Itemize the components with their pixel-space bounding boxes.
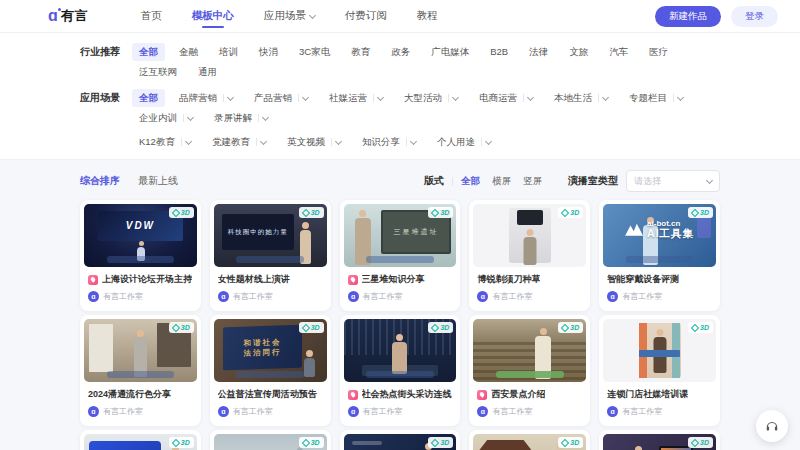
3d-badge: 3D bbox=[558, 437, 583, 448]
filter-option-企业内训[interactable]: 企业内训 bbox=[132, 109, 200, 127]
nav-item-模板中心[interactable]: 模板中心 bbox=[192, 1, 234, 31]
create-work-button[interactable]: 新建作品 bbox=[655, 6, 721, 27]
template-card[interactable]: 3D 连锁门店社媒培训课 ɑ 有言工作室 bbox=[599, 315, 720, 426]
template-card[interactable]: 3D ai-bot.cnAI工具集 智能穿戴设备评测 ɑ 有言工作室 bbox=[599, 200, 720, 311]
cube-icon bbox=[172, 208, 180, 216]
template-card[interactable]: 3D 和谐社会 法治同行 公益普法宣传周活动预告 ɑ 有言工作室 bbox=[210, 315, 331, 426]
filter-option-英文视频[interactable]: 英文视频 bbox=[280, 133, 348, 151]
cube-icon bbox=[301, 208, 309, 216]
3d-badge: 3D bbox=[299, 322, 324, 333]
chevron-down-icon bbox=[602, 93, 609, 100]
card-title: 智能穿戴设备评测 bbox=[607, 273, 679, 286]
template-card[interactable]: 3D 基础矫正 bbox=[340, 430, 461, 450]
hot-badge-icon bbox=[88, 275, 98, 285]
layout-option-竖屏[interactable]: 竖屏 bbox=[523, 175, 542, 188]
template-card[interactable]: 3D 科技圈中的她力量 女性题材线上演讲 ɑ 有言工作室 bbox=[210, 200, 331, 311]
template-thumbnail: 3D bbox=[473, 319, 586, 382]
template-card[interactable]: 3D 冰 岛 ICELAND bbox=[210, 430, 331, 450]
nav-item-付费订阅[interactable]: 付费订阅 bbox=[345, 1, 387, 31]
filter-option-教育[interactable]: 教育 bbox=[344, 43, 377, 61]
filter-option-汽车[interactable]: 汽车 bbox=[602, 43, 635, 61]
filter-option-快消[interactable]: 快消 bbox=[252, 43, 285, 61]
filter-option-本地生活[interactable]: 本地生活 bbox=[547, 89, 615, 107]
filter-option-大型活动[interactable]: 大型活动 bbox=[397, 89, 465, 107]
sort-option-综合排序[interactable]: 综合排序 bbox=[80, 174, 120, 188]
thumb-caption-bar bbox=[366, 256, 434, 263]
chevron-down-icon bbox=[302, 93, 309, 100]
filter-option-社媒运营[interactable]: 社媒运营 bbox=[322, 89, 390, 107]
template-thumbnail: 3D 科技圈中的她力量 bbox=[214, 204, 327, 267]
hot-badge-icon bbox=[348, 275, 358, 285]
sort-options: 综合排序最新上线 bbox=[80, 174, 196, 188]
logo-text: 有言 bbox=[61, 7, 89, 25]
filter-option-通用[interactable]: 通用 bbox=[191, 63, 224, 81]
3d-badge: 3D bbox=[299, 207, 324, 218]
filter-option-泛互联网[interactable]: 泛互联网 bbox=[132, 63, 184, 81]
chevron-down-icon bbox=[187, 113, 194, 120]
author-avatar: ɑ bbox=[348, 291, 359, 302]
filter-option-法律[interactable]: 法律 bbox=[522, 43, 555, 61]
top-nav: ɑ 有言 首页模板中心应用场景付费订阅教程 新建作品 登录 bbox=[0, 0, 800, 33]
thumb-screen-subtext: 法治同行 bbox=[243, 347, 281, 358]
author-avatar: ɑ bbox=[477, 291, 488, 302]
filter-option-广电媒体[interactable]: 广电媒体 bbox=[424, 43, 476, 61]
filter-option-全部[interactable]: 全部 bbox=[132, 43, 165, 61]
chevron-down-icon bbox=[185, 137, 192, 144]
filter-option-知识分享[interactable]: 知识分享 bbox=[355, 133, 423, 151]
logo[interactable]: ɑ 有言 bbox=[48, 7, 89, 25]
3d-badge: 3D bbox=[428, 322, 453, 333]
chevron-down-icon bbox=[485, 137, 492, 144]
card-title: 女性题材线上演讲 bbox=[218, 273, 290, 286]
filter-option-3C家电[interactable]: 3C家电 bbox=[292, 43, 337, 61]
thumb-caption-bar bbox=[626, 256, 694, 263]
login-button[interactable]: 登录 bbox=[731, 6, 778, 27]
card-title: 博锐剃须刀种草 bbox=[477, 273, 540, 286]
studio-type-select[interactable]: 请选择 bbox=[626, 170, 720, 192]
cube-icon bbox=[431, 323, 439, 331]
template-card[interactable]: 3D VDW 上海设计论坛开场主持 ɑ 有言工作室 bbox=[80, 200, 201, 311]
filter-option-B2B[interactable]: B2B bbox=[483, 43, 515, 61]
nav-item-首页[interactable]: 首页 bbox=[141, 1, 162, 31]
filter-option-培训[interactable]: 培训 bbox=[212, 43, 245, 61]
filter-option-电商运营[interactable]: 电商运营 bbox=[472, 89, 540, 107]
filter-option-K12教育[interactable]: K12教育 bbox=[132, 133, 198, 151]
filter-option-个人用途[interactable]: 个人用途 bbox=[430, 133, 498, 151]
author-avatar: ɑ bbox=[348, 406, 359, 417]
nav-item-教程[interactable]: 教程 bbox=[417, 1, 438, 31]
filter-option-医疗[interactable]: 医疗 bbox=[642, 43, 675, 61]
template-card[interactable]: 3D 三星堆遗址 三星堆知识分享 ɑ 有言工作室 bbox=[340, 200, 461, 311]
layout-option-全部[interactable]: 全部 bbox=[461, 175, 480, 188]
filter-option-党建教育[interactable]: 党建教育 bbox=[205, 133, 273, 151]
nav-menu: 首页模板中心应用场景付费订阅教程 bbox=[141, 1, 438, 31]
filter-option-金融[interactable]: 金融 bbox=[172, 43, 205, 61]
sort-option-最新上线[interactable]: 最新上线 bbox=[138, 174, 178, 188]
template-card[interactable]: 3D 博锐剃须刀种草 ɑ 有言工作室 bbox=[469, 200, 590, 311]
chevron-down-icon bbox=[262, 113, 269, 120]
cube-icon bbox=[561, 323, 569, 331]
template-card[interactable]: 3D bbox=[599, 430, 720, 450]
card-title: 社会热点街头采访连线 bbox=[362, 388, 452, 401]
filter-option-政务[interactable]: 政务 bbox=[384, 43, 417, 61]
nav-item-应用场景[interactable]: 应用场景 bbox=[264, 1, 315, 31]
filter-option-全部[interactable]: 全部 bbox=[132, 89, 165, 107]
studio-type-label: 演播室类型 bbox=[568, 174, 618, 188]
filter-option-品牌营销[interactable]: 品牌营销 bbox=[172, 89, 240, 107]
template-card[interactable]: 3D bbox=[469, 430, 590, 450]
filter-option-录屏讲解[interactable]: 录屏讲解 bbox=[207, 109, 275, 127]
author-name: 有言工作室 bbox=[233, 406, 273, 417]
thumb-caption-bar bbox=[107, 371, 175, 378]
author-avatar: ɑ bbox=[88, 291, 99, 302]
3d-badge: 3D bbox=[169, 322, 194, 333]
template-card[interactable]: 3D 西安景点介绍 ɑ 有言工作室 bbox=[469, 315, 590, 426]
filter-option-专题栏目[interactable]: 专题栏目 bbox=[622, 89, 690, 107]
layout-options: 全部横屏竖屏 bbox=[461, 175, 554, 188]
author-name: 有言工作室 bbox=[233, 291, 273, 302]
filter-option-产品营销[interactable]: 产品营销 bbox=[247, 89, 315, 107]
template-card[interactable]: 3D 魔珐项目管理学院 招生通知 bbox=[80, 430, 201, 450]
template-card[interactable]: 3D 社会热点街头采访连线 ɑ 有言工作室 bbox=[340, 315, 461, 426]
template-card[interactable]: 3D 2024潘通流行色分享 ɑ 有言工作室 bbox=[80, 315, 201, 426]
layout-option-横屏[interactable]: 横屏 bbox=[492, 175, 511, 188]
filter-option-文旅[interactable]: 文旅 bbox=[562, 43, 595, 61]
customer-service-button[interactable] bbox=[756, 410, 788, 442]
3d-badge: 3D bbox=[688, 207, 713, 218]
